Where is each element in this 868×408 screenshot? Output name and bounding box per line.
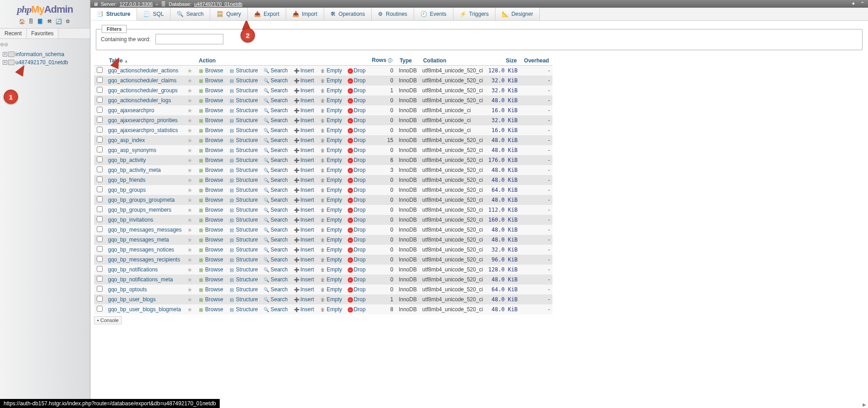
table-name-link[interactable]: gqo_actionscheduler_groups bbox=[108, 87, 178, 94]
empty-action[interactable]: 🗑Empty bbox=[320, 167, 342, 173]
drop-action[interactable]: –Drop bbox=[348, 137, 366, 143]
empty-action[interactable]: 🗑Empty bbox=[320, 67, 342, 74]
row-checkbox[interactable] bbox=[97, 87, 103, 93]
row-checkbox[interactable] bbox=[97, 147, 103, 152]
collapse-icon[interactable]: ⌃ bbox=[859, 1, 865, 7]
structure-action[interactable]: ▤Structure bbox=[229, 87, 258, 94]
insert-action[interactable]: ➕Insert bbox=[293, 77, 314, 84]
search-action[interactable]: 🔍Search bbox=[263, 187, 288, 193]
favorite-star-icon[interactable]: ★ bbox=[187, 266, 193, 273]
favorite-star-icon[interactable]: ★ bbox=[187, 97, 193, 104]
drop-action[interactable]: –Drop bbox=[348, 147, 366, 153]
structure-action[interactable]: ▤Structure bbox=[229, 137, 258, 143]
browse-action[interactable]: ▦Browse bbox=[198, 187, 223, 193]
structure-action[interactable]: ▤Structure bbox=[229, 296, 258, 303]
insert-action[interactable]: ➕Insert bbox=[293, 157, 314, 163]
row-checkbox[interactable] bbox=[97, 286, 103, 292]
search-action[interactable]: 🔍Search bbox=[263, 97, 288, 104]
empty-action[interactable]: 🗑Empty bbox=[320, 157, 342, 163]
empty-action[interactable]: 🗑Empty bbox=[320, 197, 342, 203]
favorite-star-icon[interactable]: ★ bbox=[187, 247, 193, 253]
insert-action[interactable]: ➕Insert bbox=[293, 266, 314, 273]
search-action[interactable]: 🔍Search bbox=[263, 256, 288, 263]
favorite-star-icon[interactable]: ★ bbox=[187, 256, 193, 263]
insert-action[interactable]: ➕Insert bbox=[293, 227, 314, 233]
structure-action[interactable]: ▤Structure bbox=[229, 227, 258, 233]
search-action[interactable]: 🔍Search bbox=[263, 107, 288, 114]
drop-action[interactable]: –Drop bbox=[348, 187, 366, 193]
browse-action[interactable]: ▦Browse bbox=[198, 247, 223, 253]
row-checkbox[interactable] bbox=[97, 226, 103, 232]
insert-action[interactable]: ➕Insert bbox=[293, 107, 314, 114]
row-checkbox[interactable] bbox=[97, 107, 103, 113]
favorite-star-icon[interactable]: ★ bbox=[187, 237, 193, 243]
search-action[interactable]: 🔍Search bbox=[263, 197, 288, 203]
empty-action[interactable]: 🗑Empty bbox=[320, 97, 342, 104]
favorite-star-icon[interactable]: ★ bbox=[187, 207, 193, 213]
search-action[interactable]: 🔍Search bbox=[263, 77, 288, 84]
empty-action[interactable]: 🗑Empty bbox=[320, 147, 342, 153]
empty-action[interactable]: 🗑Empty bbox=[320, 107, 342, 114]
search-action[interactable]: 🔍Search bbox=[263, 127, 288, 133]
tab-events[interactable]: 🕘Events bbox=[414, 8, 453, 20]
table-name-link[interactable]: gqo_bp_friends bbox=[108, 177, 146, 183]
search-action[interactable]: 🔍Search bbox=[263, 227, 288, 233]
empty-action[interactable]: 🗑Empty bbox=[320, 247, 342, 253]
insert-action[interactable]: ➕Insert bbox=[293, 67, 314, 74]
structure-action[interactable]: ▤Structure bbox=[229, 147, 258, 153]
favorite-star-icon[interactable]: ★ bbox=[187, 296, 193, 303]
empty-action[interactable]: 🗑Empty bbox=[320, 296, 342, 303]
structure-action[interactable]: ▤Structure bbox=[229, 197, 258, 203]
tab-query[interactable]: 🧮Query bbox=[210, 8, 248, 20]
server-link[interactable]: 127.0.0.1:3306 bbox=[119, 1, 152, 7]
drop-action[interactable]: –Drop bbox=[348, 247, 366, 253]
structure-action[interactable]: ▤Structure bbox=[229, 187, 258, 193]
structure-action[interactable]: ▤Structure bbox=[229, 266, 258, 273]
search-action[interactable]: 🔍Search bbox=[263, 87, 288, 94]
row-checkbox[interactable] bbox=[97, 77, 103, 83]
drop-action[interactable]: –Drop bbox=[348, 167, 366, 173]
structure-action[interactable]: ▤Structure bbox=[229, 107, 258, 114]
col-size[interactable]: Size bbox=[486, 56, 520, 66]
favorite-star-icon[interactable]: ★ bbox=[187, 306, 193, 313]
empty-action[interactable]: 🗑Empty bbox=[320, 87, 342, 94]
insert-action[interactable]: ➕Insert bbox=[293, 117, 314, 123]
row-checkbox[interactable] bbox=[97, 176, 103, 182]
search-action[interactable]: 🔍Search bbox=[263, 276, 288, 283]
drop-action[interactable]: –Drop bbox=[348, 266, 366, 273]
favorite-star-icon[interactable]: ★ bbox=[187, 127, 193, 134]
table-name-link[interactable]: gqo_actionscheduler_actions bbox=[108, 67, 178, 74]
row-checkbox[interactable] bbox=[97, 276, 103, 282]
tree-item-information-schema[interactable]: + information_schema bbox=[2, 50, 88, 58]
insert-action[interactable]: ➕Insert bbox=[293, 306, 314, 313]
insert-action[interactable]: ➕Insert bbox=[293, 167, 314, 173]
insert-action[interactable]: ➕Insert bbox=[293, 137, 314, 143]
browse-action[interactable]: ▦Browse bbox=[198, 137, 223, 143]
browse-action[interactable]: ▦Browse bbox=[198, 97, 223, 104]
logo[interactable]: phpMyAdmin bbox=[0, 0, 90, 17]
table-name-link[interactable]: gqo_bp_messages_messages bbox=[108, 227, 182, 233]
drop-action[interactable]: –Drop bbox=[348, 127, 366, 133]
structure-action[interactable]: ▤Structure bbox=[229, 286, 258, 293]
drop-action[interactable]: –Drop bbox=[348, 296, 366, 303]
insert-action[interactable]: ➕Insert bbox=[293, 87, 314, 94]
drop-action[interactable]: –Drop bbox=[348, 227, 366, 233]
structure-action[interactable]: ▤Structure bbox=[229, 167, 258, 173]
insert-action[interactable]: ➕Insert bbox=[293, 296, 314, 303]
structure-action[interactable]: ▤Structure bbox=[229, 306, 258, 313]
search-action[interactable]: 🔍Search bbox=[263, 286, 288, 293]
structure-action[interactable]: ▤Structure bbox=[229, 217, 258, 223]
browse-action[interactable]: ▦Browse bbox=[198, 167, 223, 173]
browse-action[interactable]: ▦Browse bbox=[198, 107, 223, 114]
favorite-star-icon[interactable]: ★ bbox=[187, 167, 193, 174]
row-checkbox[interactable] bbox=[97, 186, 103, 192]
browse-action[interactable]: ▦Browse bbox=[198, 87, 223, 94]
structure-action[interactable]: ▤Structure bbox=[229, 67, 258, 74]
structure-action[interactable]: ▤Structure bbox=[229, 157, 258, 163]
drop-action[interactable]: –Drop bbox=[348, 97, 366, 104]
browse-action[interactable]: ▦Browse bbox=[198, 306, 223, 313]
table-name-link[interactable]: gqo_ajaxsearchpro_statistics bbox=[108, 127, 178, 133]
row-checkbox[interactable] bbox=[97, 157, 103, 162]
favorite-star-icon[interactable]: ★ bbox=[187, 117, 193, 124]
favorite-star-icon[interactable]: ★ bbox=[187, 177, 193, 184]
